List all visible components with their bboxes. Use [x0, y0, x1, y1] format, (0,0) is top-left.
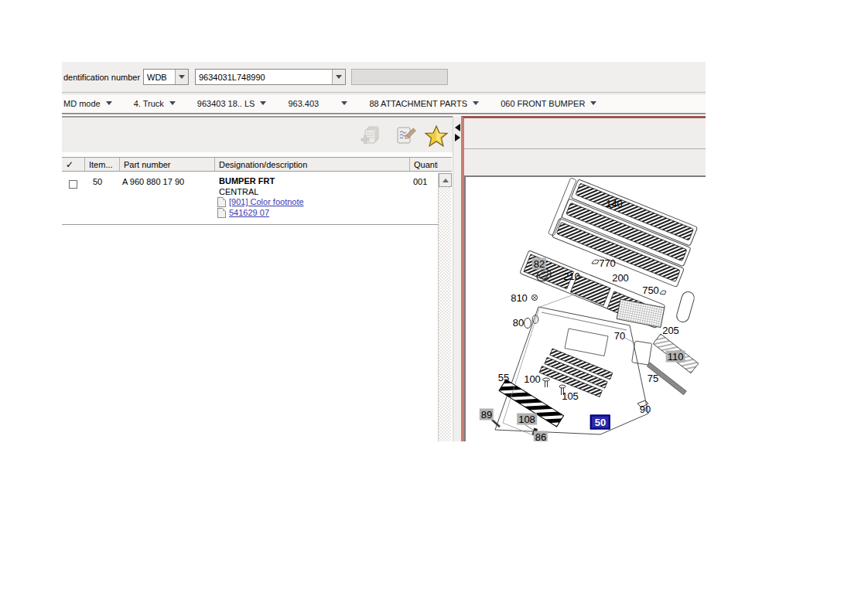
diagram-canvas[interactable]: 1408277021020075081080702051107555100105… [464, 175, 706, 441]
part-callout-80[interactable]: 80 [511, 317, 525, 329]
star-icon [424, 124, 449, 148]
breadcrumb-item-vehicle-type[interactable]: 4. Truck [134, 99, 176, 108]
footnote-link-row: [901] Color footnote [217, 196, 304, 207]
edit-note-button[interactable] [393, 124, 418, 148]
footnote-link-row: 541629 07 [217, 207, 269, 218]
scroll-up-button[interactable] [439, 173, 452, 187]
column-header-item[interactable]: Item... [85, 158, 120, 171]
column-header-part-number[interactable]: Part number [120, 158, 215, 171]
parts-list-scrollbar[interactable] [438, 173, 451, 441]
diagram-toolbar-band [464, 118, 706, 149]
epc-application: dentification number WDB 9634031L748990 … [0, 0, 868, 613]
part-number-column-label: Part number [124, 160, 171, 169]
parts-toolbar [62, 116, 453, 152]
row-checkbox[interactable] [69, 180, 77, 189]
parts-table-header: ✓ Item... Part number Designation/descri… [62, 157, 452, 172]
breadcrumb-item-model[interactable]: 963403 18.. LS [197, 99, 267, 108]
page-with-pencil-icon [394, 124, 417, 148]
vin-prefix-dropdown-button[interactable] [175, 70, 188, 84]
chevron-down-icon [341, 101, 347, 105]
part-callout-110[interactable]: 110 [666, 351, 685, 363]
identification-number-label: dentification number [63, 73, 140, 82]
breadcrumb-label: 060 FRONT BUMPER [501, 99, 585, 108]
breadcrumb-label: MD mode [63, 99, 101, 108]
part-callout-55[interactable]: 55 [497, 372, 511, 383]
part-callout-86[interactable]: 86 [534, 431, 548, 442]
breadcrumb-item-group[interactable]: 88 ATTACHMENT PARTS [369, 99, 479, 108]
part-callout-108[interactable]: 108 [517, 414, 537, 425]
breadcrumb-item-catalog[interactable]: 963.403 [288, 99, 347, 108]
parts-list-pane: ✓ Item... Part number Designation/descri… [62, 116, 453, 441]
check-column-label: ✓ [66, 159, 73, 170]
collapse-left-icon[interactable] [455, 124, 460, 131]
part-callout-70[interactable]: 70 [613, 330, 627, 342]
chevron-down-icon [169, 101, 176, 105]
part-callout-205[interactable]: 205 [661, 325, 681, 336]
footnote-number-link[interactable]: 541629 07 [229, 208, 269, 217]
part-callout-75[interactable]: 75 [646, 373, 660, 384]
part-callout-50[interactable]: 50 [590, 415, 610, 430]
footnote-page-icon[interactable] [217, 197, 226, 207]
favorite-button[interactable] [424, 124, 449, 148]
footnote-page-icon[interactable] [217, 208, 226, 218]
vin-prefix-select[interactable]: WDB [143, 69, 189, 85]
chevron-down-icon [260, 101, 266, 105]
main-content: ✓ Item... Part number Designation/descri… [62, 116, 706, 441]
bumper-exploded-drawing [466, 177, 706, 441]
collapse-right-icon[interactable] [455, 134, 460, 141]
designation-column-label: Designation/description [219, 160, 307, 169]
breadcrumb-item-md-mode[interactable]: MD mode [63, 99, 112, 108]
column-header-quantity[interactable]: Quantity [410, 158, 438, 171]
part-callout-810[interactable]: 810 [509, 292, 529, 304]
vin-input-combo[interactable]: 9634031L748990 [195, 69, 346, 85]
part-callout-82[interactable]: 82 [532, 258, 546, 270]
diagram-panel: 1408277021020075081080702051107555100105… [461, 116, 706, 441]
part-callout-140[interactable]: 140 [604, 198, 624, 209]
breadcrumb-label: 963.403 [288, 99, 336, 108]
chevron-down-icon [590, 101, 596, 105]
quantity-column-label: Quantity [414, 160, 438, 169]
part-callout-200[interactable]: 200 [610, 272, 630, 284]
stacked-pages-plus-icon [359, 124, 382, 148]
app-window: dentification number WDB 9634031L748990 … [62, 62, 706, 441]
part-callout-210[interactable]: 210 [562, 271, 582, 282]
item-number-cell: 50 [93, 177, 102, 186]
chevron-down-icon [336, 75, 342, 79]
breadcrumb: MD mode 4. Truck 963403 18.. LS 963.403 … [62, 94, 706, 114]
vin-prefix-value: WDB [144, 73, 175, 82]
table-row[interactable]: 50 A 960 880 17 90 BUMPER FRT CENTRAL 00… [62, 172, 438, 225]
breadcrumb-item-subgroup[interactable]: 060 FRONT BUMPER [501, 99, 596, 108]
new-documents-button [358, 124, 383, 148]
chevron-down-icon [179, 75, 185, 79]
part-callout-750[interactable]: 750 [641, 284, 661, 296]
part-number-cell: A 960 880 17 90 [122, 177, 184, 186]
vin-value: 9634031L748990 [196, 73, 332, 82]
identification-bar: dentification number WDB 9634031L748990 [62, 62, 706, 93]
vin-dropdown-button[interactable] [332, 70, 345, 84]
quantity-cell: 001 [413, 177, 427, 186]
chevron-down-icon [473, 101, 479, 105]
pane-splitter[interactable] [453, 116, 461, 441]
secondary-id-field-disabled [351, 69, 448, 85]
part-callout-89[interactable]: 89 [480, 409, 494, 421]
item-column-label: Item... [89, 160, 113, 169]
column-header-check[interactable]: ✓ [62, 158, 85, 171]
designation-cell: BUMPER FRT [219, 176, 275, 186]
part-callout-100[interactable]: 100 [522, 373, 542, 385]
part-callout-770[interactable]: 770 [597, 257, 617, 269]
column-header-designation[interactable]: Designation/description [215, 158, 410, 171]
diagram-header-band [464, 150, 706, 175]
chevron-down-icon [106, 101, 112, 105]
breadcrumb-label: 963403 18.. LS [197, 99, 255, 108]
part-callout-105[interactable]: 105 [560, 390, 580, 402]
triangle-up-icon [443, 179, 449, 182]
breadcrumb-label: 88 ATTACHMENT PARTS [369, 99, 467, 108]
breadcrumb-label: 4. Truck [134, 99, 164, 108]
part-callout-90[interactable]: 90 [638, 404, 652, 415]
designation-sub-cell: CENTRAL [219, 187, 258, 196]
color-footnote-link[interactable]: [901] Color footnote [229, 197, 304, 206]
